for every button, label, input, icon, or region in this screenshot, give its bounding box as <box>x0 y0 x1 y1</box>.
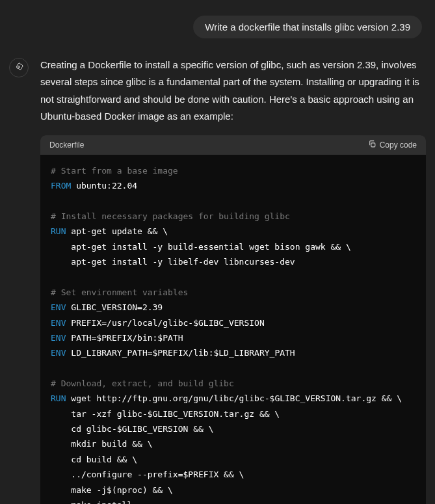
code-comment: # Start from a base image <box>51 166 178 176</box>
user-message-bubble: Write a dockerfile that installs glibc v… <box>193 16 422 38</box>
openai-logo-icon <box>14 62 24 74</box>
code-comment: # Download, extract, and build glibc <box>51 378 234 388</box>
assistant-intro-text: Creating a Dockerfile to install a speci… <box>40 57 426 125</box>
assistant-body: Creating a Dockerfile to install a speci… <box>40 57 426 504</box>
code-keyword: RUN <box>51 226 66 236</box>
code-block-header: Dockerfile Copy code <box>40 135 426 155</box>
code-keyword: ENV <box>51 348 66 358</box>
user-message-row: Write a dockerfile that installs glibc v… <box>7 16 428 38</box>
code-keyword: RUN <box>51 393 66 403</box>
user-message-text: Write a dockerfile that installs glibc v… <box>205 21 410 33</box>
code-comment: # Install necessary packages for buildin… <box>51 211 290 221</box>
copy-code-button[interactable]: Copy code <box>368 140 417 150</box>
code-keyword: FROM <box>51 181 71 191</box>
code-comment: # Set environment variables <box>51 287 188 297</box>
code-language-label: Dockerfile <box>49 140 84 150</box>
code-block: Dockerfile Copy code # Start from a base… <box>40 135 426 504</box>
chat-container: Write a dockerfile that installs glibc v… <box>0 0 435 504</box>
code-keyword: ENV <box>51 318 66 328</box>
svg-point-0 <box>18 66 20 68</box>
code-content[interactable]: # Start from a base image FROM ubuntu:22… <box>40 155 426 504</box>
copy-code-label: Copy code <box>380 140 417 150</box>
assistant-avatar <box>9 58 29 77</box>
copy-icon <box>368 140 376 150</box>
code-keyword: ENV <box>51 333 66 343</box>
svg-rect-1 <box>371 143 375 147</box>
assistant-message-row: Creating a Dockerfile to install a speci… <box>7 57 428 504</box>
code-keyword: ENV <box>51 302 66 312</box>
